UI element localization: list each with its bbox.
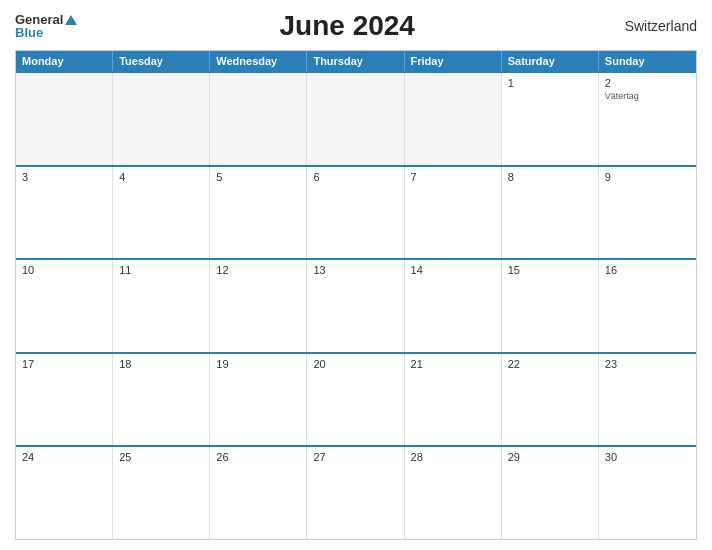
- cell-june-30: 30: [599, 447, 696, 539]
- cell-june-14: 14: [405, 260, 502, 352]
- day-number: 4: [119, 171, 203, 183]
- week-row-5: 24 25 26 27 28 29 30: [16, 445, 696, 539]
- cell-june-6: 6: [307, 167, 404, 259]
- cell-june-22: 22: [502, 354, 599, 446]
- day-number: 3: [22, 171, 106, 183]
- header-sunday: Sunday: [599, 51, 696, 71]
- cell-empty-4: [307, 73, 404, 165]
- day-number: 27: [313, 451, 397, 463]
- cell-june-7: 7: [405, 167, 502, 259]
- calendar-header: Monday Tuesday Wednesday Thursday Friday…: [16, 51, 696, 71]
- cell-june-26: 26: [210, 447, 307, 539]
- cell-june-12: 12: [210, 260, 307, 352]
- day-number: 5: [216, 171, 300, 183]
- day-number: 29: [508, 451, 592, 463]
- cell-june-8: 8: [502, 167, 599, 259]
- day-number: 12: [216, 264, 300, 276]
- day-number: 30: [605, 451, 690, 463]
- calendar-body: 1 2 Vätertag 3 4 5 6 7 8 9 10 11: [16, 71, 696, 539]
- logo-blue-text: Blue: [15, 26, 77, 39]
- header: General Blue June 2024 Switzerland: [15, 10, 697, 42]
- cell-empty-1: [16, 73, 113, 165]
- week-row-1: 1 2 Vätertag: [16, 71, 696, 165]
- header-saturday: Saturday: [502, 51, 599, 71]
- day-number: 10: [22, 264, 106, 276]
- header-wednesday: Wednesday: [210, 51, 307, 71]
- cell-june-19: 19: [210, 354, 307, 446]
- cell-june-23: 23: [599, 354, 696, 446]
- logo: General Blue: [15, 13, 77, 39]
- cell-empty-5: [405, 73, 502, 165]
- cell-june-24: 24: [16, 447, 113, 539]
- day-number: 1: [508, 77, 592, 89]
- day-number: 16: [605, 264, 690, 276]
- day-number: 24: [22, 451, 106, 463]
- cell-empty-3: [210, 73, 307, 165]
- cell-june-9: 9: [599, 167, 696, 259]
- calendar: Monday Tuesday Wednesday Thursday Friday…: [15, 50, 697, 540]
- header-tuesday: Tuesday: [113, 51, 210, 71]
- cell-june-20: 20: [307, 354, 404, 446]
- day-number: 7: [411, 171, 495, 183]
- day-number: 23: [605, 358, 690, 370]
- cell-june-27: 27: [307, 447, 404, 539]
- day-event: Vätertag: [605, 91, 690, 101]
- day-number: 17: [22, 358, 106, 370]
- header-friday: Friday: [405, 51, 502, 71]
- cell-june-16: 16: [599, 260, 696, 352]
- cell-june-13: 13: [307, 260, 404, 352]
- day-number: 13: [313, 264, 397, 276]
- header-thursday: Thursday: [307, 51, 404, 71]
- cell-june-10: 10: [16, 260, 113, 352]
- day-number: 11: [119, 264, 203, 276]
- day-number: 20: [313, 358, 397, 370]
- day-number: 19: [216, 358, 300, 370]
- week-row-2: 3 4 5 6 7 8 9: [16, 165, 696, 259]
- cell-june-25: 25: [113, 447, 210, 539]
- day-number: 22: [508, 358, 592, 370]
- cell-june-17: 17: [16, 354, 113, 446]
- day-number: 26: [216, 451, 300, 463]
- cell-june-4: 4: [113, 167, 210, 259]
- cell-june-2: 2 Vätertag: [599, 73, 696, 165]
- day-number: 25: [119, 451, 203, 463]
- day-number: 8: [508, 171, 592, 183]
- page: General Blue June 2024 Switzerland Monda…: [0, 0, 712, 550]
- day-number: 14: [411, 264, 495, 276]
- day-number: 21: [411, 358, 495, 370]
- cell-june-5: 5: [210, 167, 307, 259]
- cell-june-15: 15: [502, 260, 599, 352]
- day-number: 28: [411, 451, 495, 463]
- logo-triangle-icon: [65, 15, 77, 25]
- cell-june-28: 28: [405, 447, 502, 539]
- day-number: 15: [508, 264, 592, 276]
- day-number: 2: [605, 77, 690, 89]
- country-label: Switzerland: [617, 18, 697, 34]
- cell-empty-2: [113, 73, 210, 165]
- day-number: 9: [605, 171, 690, 183]
- cell-june-21: 21: [405, 354, 502, 446]
- cell-june-11: 11: [113, 260, 210, 352]
- cell-june-1: 1: [502, 73, 599, 165]
- header-monday: Monday: [16, 51, 113, 71]
- cell-june-3: 3: [16, 167, 113, 259]
- cell-june-29: 29: [502, 447, 599, 539]
- day-number: 18: [119, 358, 203, 370]
- cell-june-18: 18: [113, 354, 210, 446]
- calendar-title: June 2024: [77, 10, 617, 42]
- day-number: 6: [313, 171, 397, 183]
- week-row-3: 10 11 12 13 14 15 16: [16, 258, 696, 352]
- week-row-4: 17 18 19 20 21 22 23: [16, 352, 696, 446]
